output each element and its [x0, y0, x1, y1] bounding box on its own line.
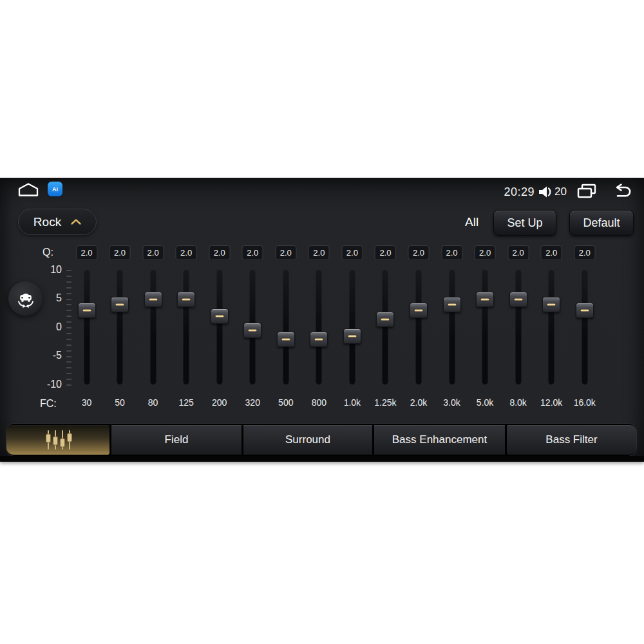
eq-slider-fill	[515, 299, 521, 385]
q-value-box[interactable]: 2.0	[341, 245, 363, 260]
q-value-box[interactable]: 2.0	[541, 245, 562, 260]
eq-slider-fill	[150, 299, 156, 385]
q-value-box[interactable]: 2.0	[475, 245, 496, 260]
fc-label: 800	[312, 397, 327, 408]
eq-slider-handle[interactable]	[476, 292, 494, 307]
q-value-box[interactable]: 2.0	[507, 245, 529, 260]
eq-slider-handle[interactable]	[211, 308, 229, 324]
q-value: 2.0	[545, 248, 557, 258]
eq-slider-track[interactable]	[184, 270, 189, 384]
eq-slider-track[interactable]	[582, 270, 587, 384]
eq-band-column: 2.0 1.0k	[336, 178, 369, 462]
eq-slider-track[interactable]	[349, 270, 355, 384]
fc-label: 5.0k	[477, 397, 493, 408]
fc-label: 2.0k	[410, 397, 427, 408]
eq-slider-track[interactable]	[515, 270, 521, 384]
eq-slider-handle[interactable]	[343, 328, 361, 344]
q-value-box[interactable]: 2.0	[242, 245, 263, 260]
eq-slider-fill	[482, 299, 488, 385]
eq-slider-track[interactable]	[283, 270, 289, 384]
fc-label: 50	[115, 397, 125, 408]
fc-label: 500	[278, 397, 293, 408]
tab-bass-filter[interactable]: Bass Filter	[507, 425, 636, 455]
handle-grip-mark	[381, 318, 390, 320]
eq-slider-track[interactable]	[316, 270, 322, 384]
eq-slider-track[interactable]	[117, 270, 123, 384]
eq-slider-handle[interactable]	[542, 297, 560, 312]
eq-slider-handle[interactable]	[509, 292, 527, 307]
eq-slider-handle[interactable]	[376, 312, 394, 327]
tab-bass-enhancement[interactable]: Bass Enhancement	[374, 425, 505, 455]
eq-slider-handle[interactable]	[310, 332, 328, 347]
eq-bands: 2.0 30 2.0 50 2.0 80 2.0 12	[0, 178, 644, 462]
eq-slider-track[interactable]	[150, 270, 156, 384]
q-value-box[interactable]: 2.0	[574, 245, 595, 260]
eq-band-column: 2.0 8.0k	[502, 178, 535, 462]
tab-field[interactable]: Field	[111, 425, 242, 455]
eq-slider-handle[interactable]	[78, 303, 96, 318]
eq-slider-track[interactable]	[416, 270, 422, 384]
fc-label: 1.0k	[344, 397, 361, 408]
eq-band-column: 2.0 16.0k	[568, 178, 601, 462]
q-value: 2.0	[114, 248, 126, 258]
eq-slider-handle[interactable]	[177, 292, 195, 307]
eq-slider-fill	[416, 310, 422, 384]
fc-label: 8.0k	[509, 397, 526, 408]
eq-band-column: 2.0 80	[137, 178, 170, 462]
eq-band-column: 2.0 200	[203, 178, 236, 462]
handle-grip-mark	[547, 304, 556, 306]
eq-slider-track[interactable]	[383, 270, 388, 384]
equalizer-sliders-icon	[43, 429, 73, 451]
q-value-box[interactable]: 2.0	[76, 245, 97, 260]
q-value: 2.0	[280, 248, 292, 258]
eq-slider-handle[interactable]	[144, 292, 162, 307]
q-value-box[interactable]: 2.0	[308, 245, 330, 260]
q-value-box[interactable]: 2.0	[375, 245, 396, 260]
handle-grip-mark	[116, 304, 124, 306]
eq-slider-handle[interactable]	[243, 323, 261, 338]
handle-grip-mark	[481, 298, 489, 300]
q-value-box[interactable]: 2.0	[142, 245, 164, 260]
handle-grip-mark	[348, 336, 356, 337]
tab-surround[interactable]: Surround	[243, 425, 372, 455]
q-value-box[interactable]: 2.0	[275, 245, 296, 260]
q-value-box[interactable]: 2.0	[109, 245, 131, 260]
eq-slider-track[interactable]	[482, 270, 488, 384]
eq-slider-fill	[582, 310, 587, 384]
handle-grip-mark	[315, 338, 323, 340]
eq-slider-track[interactable]	[549, 270, 554, 384]
eq-slider-handle[interactable]	[443, 297, 461, 312]
q-value-box[interactable]: 2.0	[408, 245, 430, 260]
screen-bottom-bezel	[0, 456, 644, 462]
q-value: 2.0	[214, 248, 225, 258]
tab-equalizer[interactable]	[6, 425, 109, 455]
handle-grip-mark	[182, 298, 191, 300]
eq-slider-track[interactable]	[449, 270, 455, 384]
eq-slider-fill	[383, 319, 388, 384]
eq-slider-handle[interactable]	[111, 297, 129, 312]
eq-slider-handle[interactable]	[277, 332, 295, 347]
handle-grip-mark	[514, 298, 522, 300]
fc-label: 320	[245, 397, 260, 408]
eq-slider-handle[interactable]	[576, 303, 594, 318]
q-value: 2.0	[313, 248, 325, 258]
fc-label: 1.25k	[374, 397, 396, 408]
handle-grip-mark	[249, 330, 257, 332]
fc-label: 30	[82, 397, 92, 408]
eq-slider-fill	[184, 299, 189, 385]
fc-label: 12.0k	[540, 397, 562, 408]
handle-grip-mark	[149, 298, 157, 300]
eq-slider-fill	[449, 304, 455, 384]
eq-band-column: 2.0 1.25k	[368, 178, 402, 462]
eq-band-column: 2.0 800	[302, 178, 336, 462]
q-value: 2.0	[180, 248, 192, 258]
eq-band-column: 2.0 12.0k	[535, 178, 568, 462]
q-value-box[interactable]: 2.0	[176, 245, 197, 260]
eq-slider-track[interactable]	[216, 270, 222, 384]
eq-slider-track[interactable]	[84, 270, 90, 384]
q-value-box[interactable]: 2.0	[441, 245, 462, 260]
handle-grip-mark	[82, 310, 91, 312]
eq-slider-handle[interactable]	[410, 303, 428, 318]
q-value: 2.0	[346, 248, 358, 258]
q-value-box[interactable]: 2.0	[209, 245, 230, 260]
